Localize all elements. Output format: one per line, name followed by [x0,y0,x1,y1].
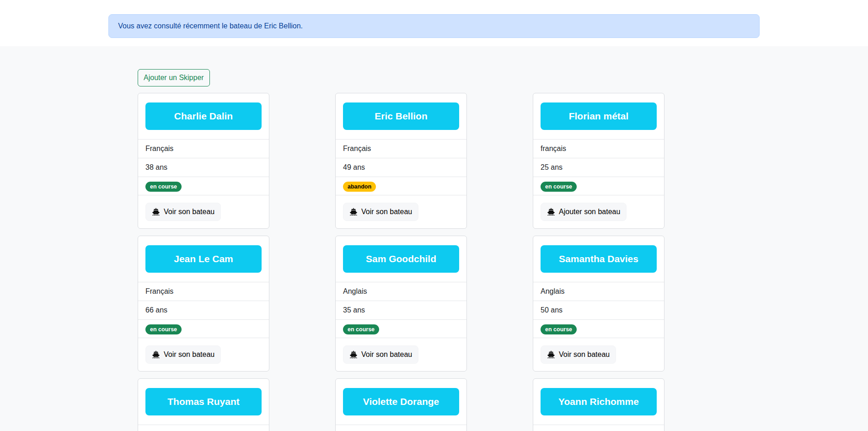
alert-message: Vous avez consulté récemment le bateau d… [118,22,303,30]
card-header: Charlie Dalin [138,93,269,139]
card-header: Thomas Ruyant [138,379,269,425]
skipper-language: Français [336,139,466,158]
skipper-language: Français [533,425,664,431]
boat-action-button[interactable]: Voir son bateau [145,345,221,364]
boat-action-label: Voir son bateau [164,206,214,217]
recently-viewed-alert: Vous avez consulté récemment le bateau d… [108,14,760,38]
ship-icon [547,350,555,359]
card-header: Florian métal [533,93,664,139]
skipper-cards-grid: Charlie Dalin Français 38 ans en course [138,93,730,431]
skipper-age: 25 ans [533,158,664,177]
skipper-age: 38 ans [138,158,269,177]
status-badge: abandon [343,182,376,192]
skipper-name-button[interactable]: Thomas Ruyant [145,388,262,415]
status-badge: en course [541,182,577,192]
main-section: Ajouter un Skipper Charlie Dalin Françai… [0,46,868,431]
add-skipper-button[interactable]: Ajouter un Skipper [138,69,210,86]
skipper-name-button[interactable]: Yoann Richomme [541,388,657,415]
skipper-status-row: en course [533,319,664,338]
card-header: Yoann Richomme [533,379,664,425]
skipper-details-list: Français 38 ans en course [138,139,269,195]
skipper-card-yoann-richomme: Yoann Richomme Français [533,378,664,431]
skipper-name-button[interactable]: Violette Dorange [343,388,459,415]
boat-action-button[interactable]: Ajouter son bateau [541,203,627,221]
skipper-card-charlie-dalin: Charlie Dalin Français 38 ans en course [138,93,269,229]
boat-action-label: Voir son bateau [559,349,610,360]
skippers-container: Ajouter un Skipper Charlie Dalin Françai… [132,69,736,431]
skipper-details-list: Français [138,425,269,431]
skipper-status-row: abandon [336,177,466,195]
skipper-language: Français [138,425,269,431]
card-footer: Ajouter son bateau [533,195,664,228]
skipper-card-sam-goodchild: Sam Goodchild Anglais 35 ans en course [335,236,467,372]
skipper-status-row: en course [138,177,269,195]
card-footer: Voir son bateau [138,195,269,228]
skipper-language: Français [138,139,269,158]
ship-icon [349,350,358,359]
status-badge: en course [541,324,577,334]
boat-action-label: Voir son bateau [361,206,412,217]
skipper-age: 49 ans [336,158,466,177]
skipper-card-thomas-ruyant: Thomas Ruyant Français [138,378,269,431]
skipper-age: 66 ans [138,301,269,319]
boat-action-button[interactable]: Voir son bateau [145,203,221,221]
boat-action-label: Voir son bateau [361,349,412,360]
skipper-status-row: en course [533,177,664,195]
boat-action-button[interactable]: Voir son bateau [343,203,418,221]
status-badge: en course [145,182,182,192]
card-footer: Voir son bateau [533,338,664,371]
skipper-age: 50 ans [533,301,664,319]
skipper-name-button[interactable]: Sam Goodchild [343,245,459,273]
skipper-details-list: Français 66 ans en course [138,282,269,338]
card-footer: Voir son bateau [336,195,466,228]
skipper-status-row: en course [138,319,269,338]
skipper-status-row: en course [336,319,466,338]
status-badge: en course [343,324,379,334]
boat-action-button[interactable]: Voir son bateau [343,345,418,364]
skipper-name-button[interactable]: Florian métal [541,102,657,130]
skipper-name-button[interactable]: Eric Bellion [343,102,459,130]
skipper-card-jean-le-cam: Jean Le Cam Français 66 ans en course [138,236,269,372]
boat-action-button[interactable]: Voir son bateau [541,345,616,364]
ship-icon [349,208,358,216]
status-badge: en course [145,324,182,334]
card-footer: Voir son bateau [336,338,466,371]
skipper-language: Anglais [336,282,466,301]
ship-icon [152,350,160,359]
skipper-language: Français [336,425,466,431]
card-header: Eric Bellion [336,93,466,139]
skipper-age: 35 ans [336,301,466,319]
skipper-language: français [533,139,664,158]
skipper-language: Français [138,282,269,301]
skipper-card-samantha-davies: Samantha Davies Anglais 50 ans en course [533,236,664,372]
skipper-details-list: Français [533,425,664,431]
ship-icon [547,208,555,216]
ship-icon [152,208,160,216]
top-band: Vous avez consulté récemment le bateau d… [0,0,868,46]
card-header: Sam Goodchild [336,236,466,282]
skipper-details-list: Français 49 ans abandon [336,139,466,195]
skipper-name-button[interactable]: Samantha Davies [541,245,657,273]
boat-action-label: Ajouter son bateau [559,206,620,217]
skipper-details-list: français 25 ans en course [533,139,664,195]
skipper-card-violette-dorange: Violette Dorange Français [335,378,467,431]
card-footer: Voir son bateau [138,338,269,371]
skipper-card-florian-metal: Florian métal français 25 ans en course [533,93,664,229]
skipper-language: Anglais [533,282,664,301]
card-header: Jean Le Cam [138,236,269,282]
skipper-details-list: Français [336,425,466,431]
skipper-details-list: Anglais 50 ans en course [533,282,664,338]
skipper-name-button[interactable]: Charlie Dalin [145,102,262,130]
card-header: Violette Dorange [336,379,466,425]
boat-action-label: Voir son bateau [164,349,214,360]
card-header: Samantha Davies [533,236,664,282]
skipper-card-eric-bellion: Eric Bellion Français 49 ans abandon [335,93,467,229]
skipper-details-list: Anglais 35 ans en course [336,282,466,338]
skipper-name-button[interactable]: Jean Le Cam [145,245,262,273]
